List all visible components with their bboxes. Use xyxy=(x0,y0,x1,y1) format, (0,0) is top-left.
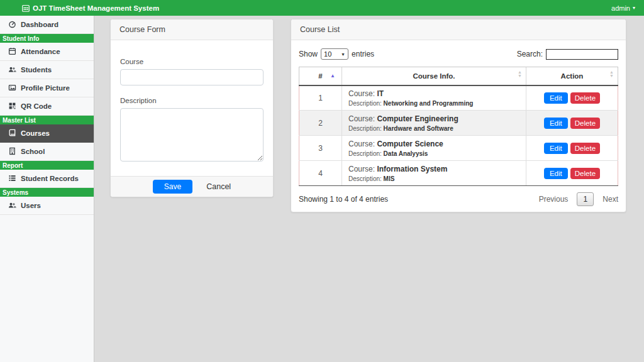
sidebar-item-label: School xyxy=(21,148,45,155)
course-table: # ▲ Course Info. ▲▼ Action ▲▼ xyxy=(299,67,618,186)
sidebar-item-student-records[interactable]: Student Records xyxy=(0,170,94,188)
course-info-cell: Course: Computer Science Description: Da… xyxy=(342,137,526,160)
sort-icon: ▲▼ xyxy=(518,70,522,77)
table-controls: Show 10 ▼ entries Search: xyxy=(299,48,618,60)
row-number: 2 xyxy=(299,111,342,136)
sidebar-section-label: Master List xyxy=(3,117,36,124)
user-menu[interactable]: admin ▾ xyxy=(611,4,635,12)
previous-page-button[interactable]: Previous xyxy=(539,195,569,204)
sidebar-item-qr-code[interactable]: QR Code xyxy=(0,97,94,116)
description-label: Description xyxy=(120,97,264,104)
cancel-button[interactable]: Cancel xyxy=(206,182,231,191)
course-input[interactable] xyxy=(120,69,264,85)
entries-info: Showing 1 to 4 of 4 entries xyxy=(299,195,388,204)
users-icon xyxy=(8,201,16,211)
search-label: Search: xyxy=(517,50,543,58)
delete-button[interactable]: Delete xyxy=(570,168,600,179)
course-form-title: Course Form xyxy=(111,19,273,40)
sidebar-item-attendance[interactable]: Attendance xyxy=(0,43,94,61)
edit-button[interactable]: Edit xyxy=(544,92,568,104)
delete-button[interactable]: Delete xyxy=(570,143,600,154)
column-header-num[interactable]: # ▲ xyxy=(299,67,342,85)
next-page-button[interactable]: Next xyxy=(602,195,618,204)
building-icon xyxy=(8,147,16,156)
calendar-icon xyxy=(8,47,16,57)
course-info-cell: Course: Information System Description: … xyxy=(342,162,526,185)
sidebar-section-systems: Systems xyxy=(0,188,94,197)
users-icon xyxy=(8,65,16,75)
search-input[interactable] xyxy=(546,49,618,60)
top-navbar: OJT TimeSheet Management System admin ▾ xyxy=(0,0,644,16)
entries-label: entries xyxy=(352,50,374,58)
sidebar-item-label: Attendance xyxy=(21,48,60,55)
sidebar-item-profile-picture[interactable]: Profile Picture xyxy=(0,79,94,97)
row-number: 3 xyxy=(299,136,342,161)
sidebar: Dashboard Student Info Attendance Studen… xyxy=(0,16,94,362)
search-group: Search: xyxy=(517,49,618,60)
course-list-title: Course List xyxy=(291,19,626,40)
sidebar-item-label: Student Records xyxy=(21,175,79,182)
sidebar-section-label: Systems xyxy=(3,189,28,196)
page-number-button[interactable]: 1 xyxy=(577,192,594,206)
row-number: 4 xyxy=(299,161,342,186)
table-row: 1 Course: IT Description: Networking and… xyxy=(299,85,618,111)
sidebar-item-school[interactable]: School xyxy=(0,143,94,161)
course-info-cell: Course: IT Description: Networking and P… xyxy=(342,87,526,109)
sidebar-item-courses[interactable]: Courses xyxy=(0,124,94,143)
sidebar-section-report: Report xyxy=(0,161,94,170)
course-form-body: Course Description xyxy=(111,40,273,173)
sort-asc-icon: ▲ xyxy=(330,73,335,79)
list-icon xyxy=(8,174,16,184)
sort-icon: ▲▼ xyxy=(609,70,614,77)
app-brand: OJT TimeSheet Management System xyxy=(22,4,159,12)
chevron-down-icon: ▼ xyxy=(341,52,345,57)
course-info-cell: Course: Computer Engineering Description… xyxy=(342,112,526,134)
qrcode-icon xyxy=(8,102,16,111)
sidebar-item-label: QR Code xyxy=(21,102,52,110)
description-textarea[interactable] xyxy=(120,108,264,162)
course-label: Course xyxy=(120,58,264,65)
sidebar-item-label: Dashboard xyxy=(21,21,58,28)
sidebar-item-label: Students xyxy=(21,66,52,74)
sidebar-section-label: Student Info xyxy=(3,35,39,42)
page-length-select[interactable]: 10 ▼ xyxy=(321,48,348,60)
table-row: 4 Course: Information System Description… xyxy=(299,161,618,186)
show-label: Show xyxy=(299,50,318,58)
calendar-grid-icon xyxy=(22,4,30,12)
sidebar-item-students[interactable]: Students xyxy=(0,61,94,79)
book-icon xyxy=(8,129,16,138)
course-list-panel: Course List Show 10 ▼ entries Search: xyxy=(291,19,626,212)
save-button[interactable]: Save xyxy=(153,180,192,194)
image-icon xyxy=(8,84,16,93)
table-row: 3 Course: Computer Science Description: … xyxy=(299,136,618,161)
sidebar-item-label: Courses xyxy=(21,129,50,137)
course-form-footer: Save Cancel xyxy=(111,176,273,197)
course-list-body: Show 10 ▼ entries Search: # xyxy=(291,40,626,212)
column-header-action[interactable]: Action ▲▼ xyxy=(526,67,618,85)
pagination: Previous 1 Next xyxy=(539,192,618,206)
delete-button[interactable]: Delete xyxy=(570,92,600,104)
edit-button[interactable]: Edit xyxy=(544,143,568,154)
user-name: admin xyxy=(611,4,630,12)
table-footer: Showing 1 to 4 of 4 entries Previous 1 N… xyxy=(299,192,618,206)
sidebar-section-label: Report xyxy=(3,162,23,169)
row-number: 1 xyxy=(299,85,342,111)
edit-button[interactable]: Edit xyxy=(544,118,568,129)
sidebar-item-users[interactable]: Users xyxy=(0,197,94,215)
tachometer-icon xyxy=(8,20,16,30)
edit-button[interactable]: Edit xyxy=(544,168,568,179)
sidebar-item-dashboard[interactable]: Dashboard xyxy=(0,16,94,34)
column-header-course-info[interactable]: Course Info. ▲▼ xyxy=(342,67,526,85)
sidebar-item-label: Users xyxy=(21,202,41,209)
course-form-panel: Course Form Course Description Save Canc… xyxy=(110,19,274,197)
table-header-row: # ▲ Course Info. ▲▼ Action ▲▼ xyxy=(299,67,618,85)
sidebar-item-label: Profile Picture xyxy=(21,84,70,92)
delete-button[interactable]: Delete xyxy=(570,118,600,129)
main-content: Course Form Course Description Save Canc… xyxy=(94,16,644,362)
sidebar-section-student-info: Student Info xyxy=(0,34,94,43)
chevron-down-icon: ▾ xyxy=(633,6,635,11)
page-length-value: 10 xyxy=(324,50,331,58)
sidebar-section-master-list: Master List xyxy=(0,116,94,124)
app-title: OJT TimeSheet Management System xyxy=(33,4,159,12)
table-row: 2 Course: Computer Engineering Descripti… xyxy=(299,111,618,136)
